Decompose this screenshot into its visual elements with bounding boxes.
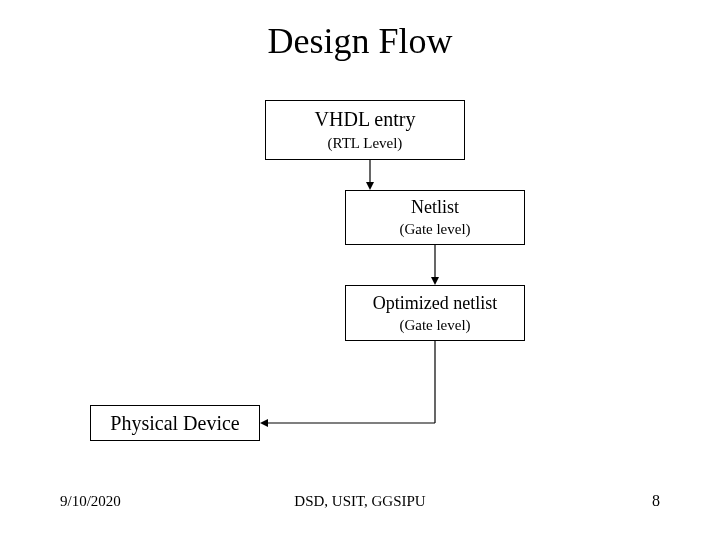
svg-marker-1 (366, 182, 374, 190)
svg-marker-3 (431, 277, 439, 285)
box-opt-netlist-line2: (Gate level) (399, 317, 470, 334)
arrow-optimized-to-physical (255, 341, 445, 431)
box-opt-netlist-line1: Optimized netlist (373, 293, 497, 314)
arrow-vhdl-to-netlist (360, 160, 380, 190)
slide-title: Design Flow (0, 20, 720, 62)
footer-page-number: 8 (652, 492, 660, 510)
arrow-netlist-to-optimized (425, 245, 445, 285)
box-vhdl-entry-line2: (RTL Level) (328, 135, 403, 152)
box-netlist-line1: Netlist (411, 197, 459, 218)
box-netlist: Netlist (Gate level) (345, 190, 525, 245)
box-optimized-netlist: Optimized netlist (Gate level) (345, 285, 525, 341)
box-vhdl-entry-line1: VHDL entry (315, 108, 416, 131)
box-netlist-line2: (Gate level) (399, 221, 470, 238)
box-physical-device-line1: Physical Device (110, 412, 239, 435)
box-vhdl-entry: VHDL entry (RTL Level) (265, 100, 465, 160)
footer-center: DSD, USIT, GGSIPU (0, 493, 720, 510)
box-physical-device: Physical Device (90, 405, 260, 441)
svg-marker-6 (260, 419, 268, 427)
